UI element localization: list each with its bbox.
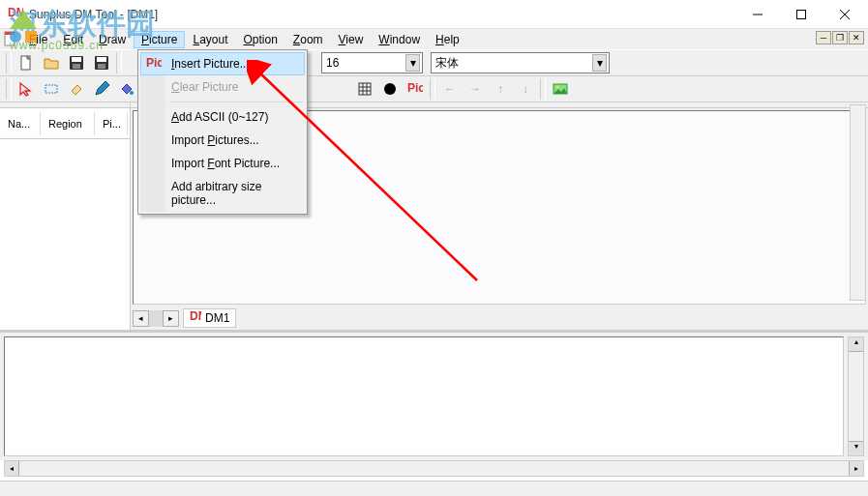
list-header: Na... Region Pi... xyxy=(0,108,130,139)
col-pi[interactable]: Pi... xyxy=(95,112,128,135)
new-button[interactable] xyxy=(15,51,38,74)
menu-clear-picture: Clear Picture xyxy=(140,75,305,99)
picture-icon: Pic xyxy=(146,57,162,73)
app-icon: DM xyxy=(8,7,23,22)
minimize-button[interactable] xyxy=(735,1,779,28)
svg-point-19 xyxy=(384,83,396,95)
svg-point-22 xyxy=(556,86,559,89)
pencil-tool[interactable] xyxy=(90,77,113,101)
menu-import-pictures[interactable]: Import Pictures... xyxy=(140,129,305,152)
canvas-tab-label: DM1 xyxy=(205,311,229,325)
save-button[interactable] xyxy=(65,51,88,74)
size-combo[interactable]: 16 ▾ xyxy=(321,52,423,73)
svg-rect-18 xyxy=(359,83,371,95)
pic-button[interactable]: Pic xyxy=(404,77,427,101)
open-button[interactable] xyxy=(40,51,63,74)
menu-window[interactable]: Window xyxy=(371,31,428,48)
nav-left-button[interactable]: ← xyxy=(438,77,462,101)
tab-scroll-right[interactable]: ▸ xyxy=(163,310,179,327)
menu-help[interactable]: Help xyxy=(428,31,467,48)
svg-rect-11 xyxy=(72,57,81,62)
tab-icon: DM xyxy=(190,311,201,326)
insert-picture-label: Insert Picture... xyxy=(171,57,250,71)
eraser-tool[interactable] xyxy=(65,77,88,101)
menu-draw[interactable]: Draw xyxy=(91,31,134,48)
mdi-restore-button[interactable]: ❐ xyxy=(832,31,848,44)
svg-text:Pic: Pic xyxy=(146,57,162,70)
close-button[interactable] xyxy=(823,1,866,28)
workspace: Na... Region Pi... ◂ ▸ DM DM1 xyxy=(0,102,868,330)
output-pane xyxy=(4,336,844,456)
left-pane: Na... Region Pi... xyxy=(0,102,131,330)
output-vscrollbar[interactable]: ▴ ▾ xyxy=(848,336,864,456)
statusbar xyxy=(0,481,868,496)
canvas-vscrollbar[interactable] xyxy=(850,104,866,301)
chevron-down-icon: ▾ xyxy=(405,54,420,72)
menu-file[interactable]: File xyxy=(21,31,55,48)
menubar: File Edit Draw Picture Layout Option Zoo… xyxy=(0,29,868,49)
toolbar-draw: Pic ← → ↑ ↓ xyxy=(0,76,868,102)
svg-point-17 xyxy=(130,91,134,95)
menu-insert-picture[interactable]: Pic Insert Picture... xyxy=(140,52,305,75)
svg-rect-6 xyxy=(5,32,15,35)
document-icon xyxy=(3,31,18,46)
menu-zoom[interactable]: Zoom xyxy=(285,31,331,48)
fill-tool[interactable] xyxy=(115,77,138,101)
svg-rect-16 xyxy=(45,85,57,93)
maximize-button[interactable] xyxy=(779,1,823,28)
list-body xyxy=(0,139,130,330)
select-rect-tool[interactable] xyxy=(40,77,63,101)
mdi-minimize-button[interactable]: ─ xyxy=(816,31,831,44)
chevron-down-icon: ▾ xyxy=(592,54,607,72)
svg-rect-12 xyxy=(73,64,80,69)
font-combo[interactable]: 宋体 ▾ xyxy=(431,52,610,73)
col-name[interactable]: Na... xyxy=(0,112,41,135)
mdi-close-button[interactable]: ✕ xyxy=(849,31,864,44)
menu-picture[interactable]: Picture xyxy=(134,31,185,48)
menu-separator xyxy=(169,102,303,102)
svg-rect-15 xyxy=(98,64,105,69)
save-button-2[interactable] xyxy=(90,51,113,74)
nav-right-button[interactable]: → xyxy=(464,77,487,101)
menu-edit[interactable]: Edit xyxy=(55,31,91,48)
grid-button[interactable] xyxy=(353,77,376,101)
font-combo-value: 宋体 xyxy=(435,55,592,72)
circle-fill-button[interactable] xyxy=(378,77,402,101)
menu-layout[interactable]: Layout xyxy=(185,31,235,48)
pointer-tool[interactable] xyxy=(15,77,38,101)
canvas-tabbar: ◂ ▸ DM DM1 xyxy=(131,306,868,330)
toolbar-main: 16 ▾ 宋体 ▾ xyxy=(0,49,868,76)
svg-text:DM: DM xyxy=(8,7,23,19)
svg-rect-14 xyxy=(97,57,106,62)
nav-up-button[interactable]: ↑ xyxy=(489,77,512,101)
canvas-tab-dm1[interactable]: DM DM1 xyxy=(183,308,236,328)
titlebar: DM Sunplus DM Tool - [DM1] xyxy=(0,0,868,29)
window-title: Sunplus DM Tool - [DM1] xyxy=(29,8,735,21)
svg-text:Pic: Pic xyxy=(407,81,423,95)
image-button[interactable] xyxy=(549,77,572,101)
output-hscrollbar[interactable]: ◂ ▸ xyxy=(4,460,864,477)
picture-dropdown: Pic Insert Picture... Clear Picture Add … xyxy=(137,49,308,215)
tab-scroll-left[interactable]: ◂ xyxy=(133,310,149,327)
mdi-controls: ─ ❐ ✕ xyxy=(816,31,864,44)
menu-option[interactable]: Option xyxy=(235,31,284,48)
menu-add-ascii[interactable]: Add ASCII (0~127) xyxy=(140,105,305,129)
nav-down-button[interactable]: ↓ xyxy=(514,77,537,101)
col-region[interactable]: Region xyxy=(41,112,95,135)
svg-text:DM: DM xyxy=(190,311,201,323)
svg-rect-4 xyxy=(796,10,805,18)
menu-add-arbitrary[interactable]: Add arbitrary size picture... xyxy=(140,175,305,212)
menu-import-font-picture[interactable]: Import Font Picture... xyxy=(140,152,305,175)
size-combo-value: 16 xyxy=(326,56,405,70)
tab-scroll-track[interactable] xyxy=(149,310,163,327)
menu-view[interactable]: View xyxy=(331,31,372,48)
